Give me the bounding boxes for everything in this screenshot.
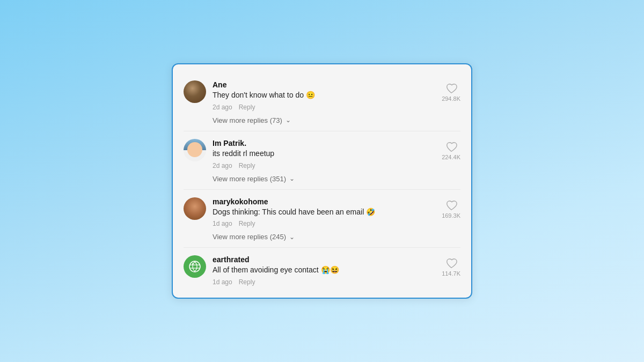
comment-time-ane: 2d ago	[213, 104, 232, 111]
earth-logo-icon	[188, 260, 201, 273]
comment-meta-ane: 2d ago Reply	[213, 104, 435, 111]
view-replies-mary[interactable]: View more replies (245) ⌄	[213, 233, 460, 241]
chevron-down-icon-mary: ⌄	[289, 233, 295, 241]
view-replies-text-mary: View more replies (245)	[213, 233, 286, 241]
comment-patrik: Im Patrik. its reddit rl meetup 2d ago R…	[184, 131, 460, 189]
avatar-earth	[184, 255, 206, 278]
comment-time-patrik: 2d ago	[213, 162, 232, 169]
comment-text-mary: Dogs thinking: This could have been an e…	[213, 207, 435, 218]
avatar-patrik	[184, 139, 206, 161]
like-count-ane: 294.8K	[442, 95, 460, 102]
username-earth: earthrated	[213, 255, 435, 264]
like-area-mary: 169.3K	[442, 200, 460, 219]
view-replies-text-patrik: View more replies (351)	[213, 175, 286, 183]
like-area-earth: 114.7K	[442, 257, 460, 277]
like-area-ane: 294.8K	[442, 83, 460, 102]
comment-meta-patrik: 2d ago Reply	[213, 162, 435, 169]
svg-point-0	[189, 261, 200, 272]
comment-mary: marykokohome Dogs thinking: This could h…	[184, 189, 460, 248]
comment-content-mary: marykokohome Dogs thinking: This could h…	[213, 197, 435, 228]
comment-meta-earth: 1d ago Reply	[213, 278, 435, 286]
comment-content-ane: Ane They don't know what to do 😐 2d ago …	[213, 80, 435, 111]
like-count-mary: 169.3K	[442, 212, 460, 219]
view-replies-ane[interactable]: View more replies (73) ⌄	[213, 116, 460, 124]
heart-icon-mary[interactable]	[445, 200, 457, 211]
comment-time-earth: 1d ago	[213, 278, 232, 286]
chevron-down-icon-patrik: ⌄	[289, 175, 295, 182]
reply-button-earth[interactable]: Reply	[239, 278, 255, 286]
like-area-patrik: 224.4K	[442, 141, 460, 160]
username-mary: marykokohome	[213, 197, 435, 206]
avatar-mary	[184, 197, 206, 220]
view-replies-text-ane: View more replies (73)	[213, 116, 282, 124]
username-ane: Ane	[213, 80, 435, 89]
heart-icon-ane[interactable]	[445, 83, 457, 94]
like-count-earth: 114.7K	[442, 270, 460, 277]
reply-button-ane[interactable]: Reply	[239, 104, 255, 111]
username-patrik: Im Patrik.	[213, 139, 435, 147]
view-replies-patrik[interactable]: View more replies (351) ⌄	[213, 175, 460, 183]
comment-meta-mary: 1d ago Reply	[213, 220, 435, 227]
comments-card: Ane They don't know what to do 😐 2d ago …	[172, 63, 472, 298]
chevron-down-icon-ane: ⌄	[286, 116, 291, 124]
heart-icon-earth[interactable]	[445, 257, 457, 269]
like-count-patrik: 224.4K	[442, 154, 460, 160]
reply-button-mary[interactable]: Reply	[239, 220, 255, 227]
comment-content-patrik: Im Patrik. its reddit rl meetup 2d ago R…	[213, 139, 435, 169]
avatar-ane	[184, 80, 206, 103]
comment-text-ane: They don't know what to do 😐	[213, 90, 435, 101]
reply-button-patrik[interactable]: Reply	[239, 162, 255, 169]
heart-icon-patrik[interactable]	[445, 141, 457, 153]
comment-time-mary: 1d ago	[213, 220, 232, 227]
comment-text-patrik: its reddit rl meetup	[213, 149, 435, 159]
comment-content-earth: earthrated All of them avoiding eye cont…	[213, 255, 435, 286]
comment-earth: earthrated All of them avoiding eye cont…	[184, 247, 460, 289]
comment-text-earth: All of them avoiding eye contact 😭😆	[213, 265, 435, 276]
comment-ane: Ane They don't know what to do 😐 2d ago …	[184, 73, 460, 131]
